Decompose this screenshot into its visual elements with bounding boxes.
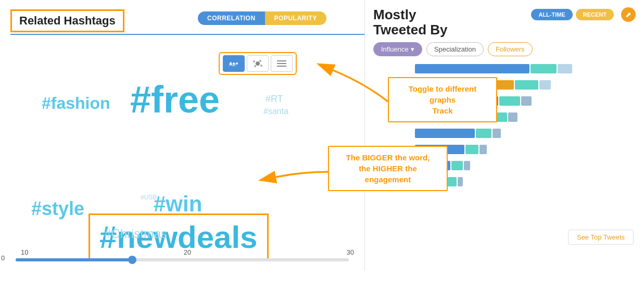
hashtag-style[interactable]: #style (31, 198, 84, 220)
time-recent-btn[interactable]: RECENT (576, 9, 614, 20)
bar-segment-2 (451, 161, 463, 170)
right-header: Mostly Tweeted By ALL-TIME RECENT ⬈ (365, 0, 644, 37)
hashtag-rt[interactable]: #RT (266, 94, 283, 105)
left-panel: Related Hashtags CORRELATION POPULARITY … (0, 0, 364, 271)
svg-point-4 (256, 61, 260, 66)
pill-specialization[interactable]: Specialization (426, 42, 484, 56)
filter-pills: Influence ▾ Specialization Followers (365, 37, 644, 61)
graph-toggle-btn-list[interactable] (271, 55, 293, 72)
pill-followers[interactable]: Followers (488, 42, 533, 56)
title-line1: Mostly (373, 7, 416, 22)
title-line2: Tweeted By (373, 22, 448, 37)
bar-segment-2 (476, 129, 491, 138)
svg-point-7 (254, 65, 256, 67)
tooltip-bigger-line2: the HIGHER the (359, 164, 417, 173)
list-icon (276, 59, 287, 68)
tooltip-toggle-line1: Toggle to different graphs (409, 84, 477, 104)
right-header-right: ALL-TIME RECENT ⬈ (531, 7, 636, 22)
graph-toggle-btn-cloud[interactable]: Aa (223, 55, 245, 72)
mostly-tweeted-title: Mostly Tweeted By (373, 7, 448, 37)
svg-rect-11 (277, 66, 286, 67)
bar-container (415, 144, 636, 155)
time-controls: ALL-TIME RECENT ⬈ (531, 7, 636, 22)
slider-zero-label: 0 (1, 254, 5, 262)
svg-point-6 (260, 65, 262, 67)
bar-segment-2 (465, 145, 478, 154)
graph-toggle-group: Aa (219, 52, 297, 75)
bar-segment-3 (508, 112, 517, 122)
table-row (373, 126, 636, 141)
cloud-icon: Aa (228, 59, 239, 68)
svg-point-2 (236, 62, 238, 65)
bar-segment-2 (499, 96, 520, 106)
related-hashtags-title: Related Hashtags (10, 9, 124, 32)
hashtag-free[interactable]: #free (130, 78, 220, 121)
table-row (373, 61, 636, 76)
hashtag-fashion[interactable]: #fashion (42, 94, 110, 113)
bar-segment-3 (479, 145, 487, 154)
slider-track[interactable] (16, 258, 349, 261)
see-top-tweets-label: See Top Tweets (577, 233, 625, 241)
pill-followers-label: Followers (496, 45, 525, 53)
share-icon[interactable]: ⬈ (621, 7, 636, 22)
chevron-down-icon: ▾ (411, 45, 414, 53)
bar-segment-2 (531, 64, 557, 73)
word-cloud: #fashion #free #RT #santa #newdeals #sty… (16, 73, 354, 255)
slider-label-20: 20 (184, 248, 191, 256)
svg-point-8 (259, 60, 261, 62)
related-hashtags-label: Related Hashtags (19, 14, 116, 27)
see-top-tweets-btn[interactable]: See Top Tweets (568, 230, 634, 245)
bar-segment-3 (493, 129, 501, 138)
svg-rect-9 (277, 60, 286, 61)
tooltip-bigger-line1: The BIGGER the word, (346, 153, 430, 162)
bar-segment-3 (458, 177, 463, 186)
hashtag-win[interactable]: #win (154, 192, 202, 217)
bar-segment-3 (539, 80, 551, 90)
graph-toggle-btn-dot[interactable] (247, 55, 269, 72)
slider-area: 10 20 30 0 (10, 248, 354, 261)
tabs-bar: CORRELATION POPULARITY (198, 11, 326, 25)
bar-segment-1 (415, 64, 529, 73)
hashtag-christmas[interactable]: #Christmas (104, 227, 167, 241)
tab-correlation[interactable]: CORRELATION (198, 11, 265, 25)
tooltip-toggle-line2: Track (432, 106, 452, 115)
bigger-tooltip: The BIGGER the word, the HIGHER the enga… (328, 146, 448, 191)
bar-container (415, 128, 636, 139)
slider-thumb[interactable] (128, 256, 136, 264)
time-alltime-btn[interactable]: ALL-TIME (531, 9, 572, 20)
bar-segment-1 (415, 129, 475, 138)
tab-popularity[interactable]: POPULARITY (265, 11, 326, 25)
pill-influence-label: Influence (381, 45, 409, 53)
bar-segment-2 (515, 80, 538, 90)
dot-icon (252, 59, 263, 68)
slider-labels: 10 20 30 (10, 248, 354, 256)
bar-segment-3 (464, 161, 470, 170)
right-panel: Mostly Tweeted By ALL-TIME RECENT ⬈ Infl… (364, 0, 644, 271)
hashtag-santa[interactable]: #santa (263, 107, 288, 116)
svg-point-5 (253, 60, 255, 62)
pill-influence[interactable]: Influence ▾ (373, 42, 422, 56)
bar-segment-3 (521, 96, 532, 106)
bar-segment-2 (447, 177, 457, 186)
slider-track-container: 0 (10, 258, 354, 261)
bar-container (415, 63, 636, 74)
bar-container (415, 176, 636, 187)
bar-segment-3 (558, 64, 572, 73)
pill-specialization-label: Specialization (434, 45, 476, 53)
slider-label-30: 30 (347, 248, 354, 256)
title-underline (10, 34, 364, 35)
toggle-tooltip: Toggle to different graphs Track (388, 77, 497, 122)
slider-label-10: 10 (21, 248, 28, 256)
slider-fill (16, 258, 132, 261)
svg-rect-10 (277, 63, 286, 64)
tooltip-bigger-line3: engagement (365, 175, 411, 184)
svg-text:Aa: Aa (229, 61, 236, 67)
